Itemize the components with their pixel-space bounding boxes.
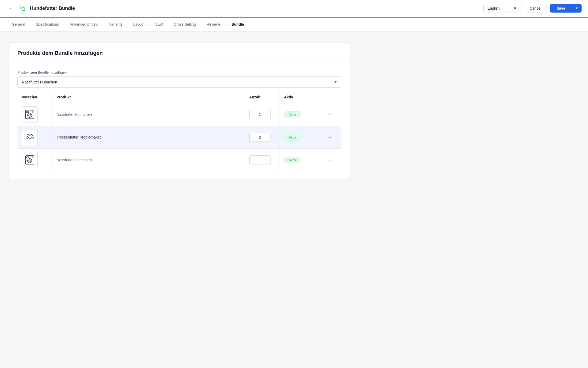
tab-layout[interactable]: Layout [128,18,150,31]
cell-actions-1[interactable]: ··· [320,126,341,149]
tab-cross-selling[interactable]: Cross Selling [169,18,201,31]
bundle-table: Vorschau Produkt Anzahl Aktiv [17,91,341,171]
svg-point-10 [32,157,33,158]
svg-point-5 [32,111,33,112]
cell-status-1: Aktiv [280,126,320,149]
header-right: English ▼ Cancel Save ▼ [483,4,582,13]
svg-point-4 [29,114,31,116]
table-row: Nassfutter Hühnchen Aktiv ··· [17,149,341,171]
col-header-anzahl: Anzahl [245,91,280,103]
chevron-down-icon: ▼ [513,6,517,10]
product-select-wrapper: Nassfutter Hühnchen ▼ [17,76,341,88]
card-header: Produkte dem Bundle hinzufügen [9,43,350,63]
cancel-button[interactable]: Cancel [524,4,547,13]
svg-point-8 [28,159,32,163]
cell-preview-2 [17,149,52,171]
col-header-actions [320,91,341,103]
cell-preview-1 [17,126,52,149]
row-actions-button-0[interactable]: ··· [324,111,334,118]
cell-product-1: Trockenfutter Probierpaket [52,126,245,149]
qty-input-0[interactable] [249,110,271,119]
svg-rect-0 [22,8,25,11]
cell-qty-1[interactable] [245,126,280,149]
header: ‹ Hundefutter Bundle English ▼ Cancel Sa… [0,0,588,17]
preview-icon-2 [22,152,38,168]
bundle-card: Produkte dem Bundle hinzufügen Produkt z… [9,42,350,179]
save-button[interactable]: Save [550,4,572,13]
table-row: Nassfutter Hühnchen Aktiv ··· [17,103,341,126]
cell-actions-2[interactable]: ··· [320,149,341,171]
cell-qty-2[interactable] [245,149,280,171]
tab-bundle[interactable]: Bundle [226,18,249,31]
svg-point-3 [28,113,32,117]
form-label: Produkt zum Bundle hinzufügen [17,70,341,74]
row-actions-button-2[interactable]: ··· [324,156,334,164]
svg-rect-7 [26,157,29,158]
language-selector[interactable]: English ▼ [483,4,521,13]
product-select[interactable]: Nassfutter Hühnchen [17,76,341,88]
table-row: Trockenfutter Probierpaket Aktiv ··· [17,126,341,149]
tab-advanced-pricing[interactable]: Advanced pricing [64,18,104,31]
qty-input-1[interactable] [249,133,271,142]
status-badge-1: Aktiv [284,134,301,141]
copy-button[interactable] [18,4,27,13]
tab-variants[interactable]: Variants [104,18,128,31]
save-dropdown-button[interactable]: ▼ [572,4,582,13]
back-button[interactable]: ‹ [6,4,15,13]
col-header-aktiv: Aktiv [280,91,320,103]
preview-icon-1 [22,129,38,145]
status-badge-2: Aktiv [284,157,301,163]
qty-input-2[interactable] [249,155,271,164]
cell-product-2: Nassfutter Hühnchen [52,149,245,171]
tab-seo[interactable]: SEO [150,18,169,31]
cell-qty-0[interactable] [245,103,280,126]
page-title: Hundefutter Bundle [30,6,75,11]
row-actions-button-1[interactable]: ··· [324,133,334,141]
cell-status-0: Aktiv [280,103,320,126]
preview-icon-0 [22,106,38,122]
cell-status-2: Aktiv [280,149,320,171]
header-left: ‹ Hundefutter Bundle [6,4,479,13]
card-title: Produkte dem Bundle hinzufügen [17,50,341,56]
cell-actions-0[interactable]: ··· [320,103,341,126]
main-content: Produkte dem Bundle hinzufügen Produkt z… [0,32,358,190]
tab-general[interactable]: General [6,18,30,31]
col-header-produkt: Produkt [52,91,245,103]
form-section: Produkt zum Bundle hinzufügen Nassfutter… [9,63,350,179]
svg-point-9 [29,160,31,162]
tabs-bar: General Specifications Advanced pricing … [0,18,588,32]
save-button-group: Save ▼ [550,4,582,13]
table-header-row: Vorschau Produkt Anzahl Aktiv [17,91,341,103]
tab-reviews[interactable]: Reviews [201,18,226,31]
tab-specifications[interactable]: Specifications [30,18,64,31]
status-badge-0: Aktiv [284,111,301,118]
cell-preview-0 [17,103,52,126]
svg-rect-2 [26,111,29,113]
col-header-vorschau: Vorschau [17,91,52,103]
cell-product-0: Nassfutter Hühnchen [52,103,245,126]
